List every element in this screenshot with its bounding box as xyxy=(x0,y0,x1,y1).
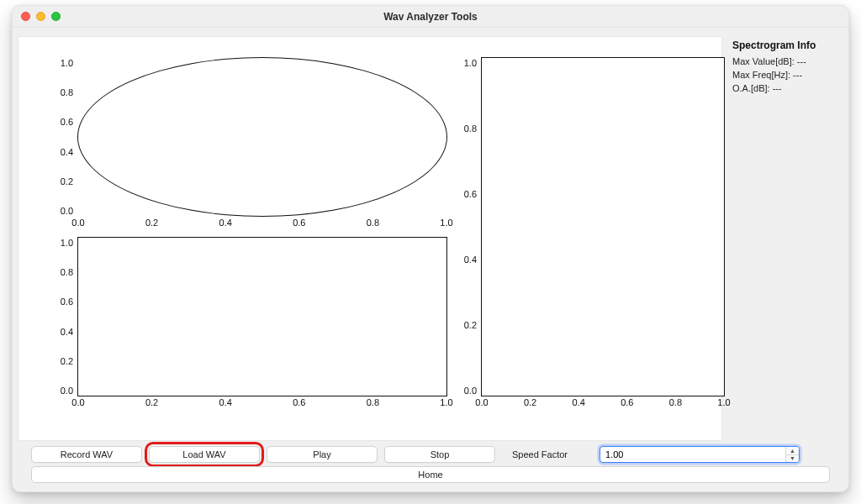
info-max-freq: Max Freq[Hz]: --- xyxy=(732,70,838,80)
plot-right[interactable]: 1.0 0.8 0.6 0.4 0.2 0.0 0.0 0.2 0.4 0.6 xyxy=(481,57,725,396)
info-panel: Spectrogram Info Max Value[dB]: --- Max … xyxy=(727,36,843,441)
x-axis-ticks: 0.0 0.2 0.4 0.6 0.8 1.0 xyxy=(78,397,446,411)
ytick-label: 0.6 xyxy=(464,189,477,199)
info-heading: Spectrogram Info xyxy=(732,39,838,51)
info-oa: O.A.[dB]: --- xyxy=(732,83,838,93)
xtick-label: 0.6 xyxy=(621,397,633,407)
load-wav-button[interactable]: Load WAV xyxy=(149,446,260,463)
record-wav-button[interactable]: Record WAV xyxy=(31,446,142,463)
ytick-label: 0.4 xyxy=(61,327,73,337)
controls-row: Record WAV Load WAV Play Stop Speed Fact… xyxy=(13,441,848,466)
window-title: Wav Analyzer Tools xyxy=(13,11,848,23)
plot-top-left[interactable]: 1.0 0.8 0.6 0.4 0.2 0.0 0.0 0.2 0.4 0.6 xyxy=(77,57,447,217)
xtick-label: 0.0 xyxy=(71,397,84,407)
ytick-label: 1.0 xyxy=(464,58,477,68)
traffic-lights xyxy=(21,12,61,21)
xtick-label: 0.8 xyxy=(367,397,379,407)
x-axis-ticks: 0.0 0.2 0.4 0.6 0.8 1.0 xyxy=(78,218,446,231)
xtick-label: 0.0 xyxy=(71,218,84,228)
ytick-label: 0.6 xyxy=(61,297,73,307)
zoom-icon[interactable] xyxy=(51,12,61,21)
ytick-label: 0.8 xyxy=(61,267,73,277)
main-row: 1.0 0.8 0.6 0.4 0.2 0.0 0.0 0.2 0.4 0.6 xyxy=(13,28,848,441)
y-axis-ticks: 1.0 0.8 0.6 0.4 0.2 0.0 xyxy=(48,58,77,216)
close-icon[interactable] xyxy=(21,12,30,21)
plot-grid: 1.0 0.8 0.6 0.4 0.2 0.0 0.0 0.2 0.4 0.6 xyxy=(44,42,713,420)
speed-factor-input[interactable] xyxy=(600,447,785,462)
ytick-label: 1.0 xyxy=(61,58,73,68)
ytick-label: 1.0 xyxy=(61,238,73,248)
xtick-label: 1.0 xyxy=(440,397,452,407)
footer-row: Home xyxy=(13,466,848,491)
ytick-label: 0.8 xyxy=(61,87,73,97)
xtick-label: 0.2 xyxy=(524,397,536,407)
xtick-label: 0.8 xyxy=(669,397,682,407)
spin-down-icon[interactable]: ▼ xyxy=(786,455,799,463)
xtick-label: 1.0 xyxy=(717,397,730,407)
ytick-label: 0.0 xyxy=(61,206,73,216)
y-axis-ticks: 1.0 0.8 0.6 0.4 0.2 0.0 xyxy=(452,58,480,396)
ytick-label: 0.2 xyxy=(61,176,73,186)
ytick-label: 0.2 xyxy=(61,356,73,366)
ytick-label: 0.4 xyxy=(464,255,477,265)
speed-factor-label: Speed Factor xyxy=(512,449,568,459)
app-window: Wav Analyzer Tools 1.0 0.8 0.6 0.4 0.2 0… xyxy=(12,5,849,492)
xtick-label: 0.6 xyxy=(293,397,305,407)
xtick-label: 0.2 xyxy=(145,397,158,407)
xtick-label: 0.4 xyxy=(573,397,585,407)
x-axis-ticks: 0.0 0.2 0.4 0.6 0.8 1.0 xyxy=(482,397,724,411)
info-max-value: Max Value[dB]: --- xyxy=(732,56,838,66)
ytick-label: 0.0 xyxy=(61,386,73,396)
ytick-label: 0.0 xyxy=(464,386,477,396)
xtick-label: 0.2 xyxy=(145,218,158,228)
play-button[interactable]: Play xyxy=(267,446,378,463)
xtick-label: 0.4 xyxy=(219,397,232,407)
ytick-label: 0.8 xyxy=(464,123,477,134)
client-area: 1.0 0.8 0.6 0.4 0.2 0.0 0.0 0.2 0.4 0.6 xyxy=(13,28,848,491)
plot-bottom-left[interactable]: 1.0 0.8 0.6 0.4 0.2 0.0 0.0 0.2 0.4 0.6 xyxy=(77,237,447,396)
spin-up-icon[interactable]: ▲ xyxy=(786,447,799,455)
stop-button[interactable]: Stop xyxy=(384,446,495,463)
ytick-label: 0.6 xyxy=(61,117,73,127)
ytick-label: 0.4 xyxy=(61,147,73,157)
xtick-label: 0.4 xyxy=(219,218,232,228)
minimize-icon[interactable] xyxy=(36,12,45,21)
xtick-label: 0.6 xyxy=(293,218,305,228)
ytick-label: 0.2 xyxy=(464,320,477,330)
titlebar: Wav Analyzer Tools xyxy=(13,6,848,28)
xtick-label: 0.0 xyxy=(475,397,488,407)
y-axis-ticks: 1.0 0.8 0.6 0.4 0.2 0.0 xyxy=(48,238,77,396)
plot-canvas: 1.0 0.8 0.6 0.4 0.2 0.0 0.0 0.2 0.4 0.6 xyxy=(18,36,722,441)
speed-factor-spinbox[interactable]: ▲ ▼ xyxy=(600,446,800,463)
home-button[interactable]: Home xyxy=(31,466,830,483)
xtick-label: 0.8 xyxy=(367,218,379,228)
spin-buttons: ▲ ▼ xyxy=(785,447,799,462)
